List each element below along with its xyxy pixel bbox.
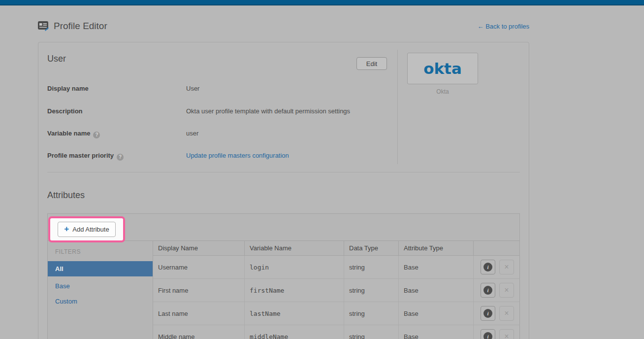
field-label: Variable name? bbox=[47, 130, 100, 138]
attributes-table: Display Name Variable Name Data Type Att… bbox=[153, 241, 519, 339]
table-header: Display Name Variable Name Data Type Att… bbox=[153, 241, 519, 256]
okta-logo-tile: okta bbox=[407, 53, 478, 84]
edit-button[interactable]: Edit bbox=[356, 57, 387, 70]
field-label: Display name bbox=[47, 85, 89, 92]
add-attribute-button[interactable]: + Add Attribute bbox=[58, 222, 116, 237]
field-value: user bbox=[186, 130, 198, 137]
cell-display-name: Username bbox=[153, 256, 245, 278]
user-section-heading: User bbox=[47, 54, 66, 64]
cell-actions: i × bbox=[474, 302, 519, 325]
cell-data-type: string bbox=[344, 325, 399, 339]
remove-button[interactable]: × bbox=[499, 329, 514, 339]
profile-card: User Edit okta Okta Display name User De… bbox=[38, 42, 529, 339]
user-section-divider bbox=[397, 50, 398, 164]
update-profile-masters-link[interactable]: Update profile masters configuration bbox=[186, 152, 289, 159]
back-link-label: Back to profiles bbox=[485, 23, 529, 30]
info-button[interactable]: i bbox=[481, 260, 495, 274]
page-header: Profile Editor ← Back to profiles bbox=[38, 21, 529, 34]
cell-attribute-type: Base bbox=[399, 325, 474, 339]
info-icon: i bbox=[483, 263, 492, 271]
info-button[interactable]: i bbox=[481, 283, 495, 298]
plus-icon: + bbox=[64, 225, 69, 233]
filter-item-base[interactable]: Base bbox=[48, 278, 153, 294]
cell-attribute-type: Base bbox=[399, 279, 474, 302]
cell-display-name: First name bbox=[153, 279, 245, 302]
table-row: Middle name middleName string Base i × bbox=[153, 325, 519, 339]
back-to-profiles-link[interactable]: ← Back to profiles bbox=[478, 23, 530, 30]
table-row: First name firstName string Base i × bbox=[153, 279, 519, 302]
cell-display-name: Last name bbox=[153, 302, 245, 325]
cell-data-type: string bbox=[344, 256, 399, 278]
filter-item-custom[interactable]: Custom bbox=[48, 294, 153, 309]
info-button[interactable]: i bbox=[481, 306, 495, 321]
filter-item-all[interactable]: All bbox=[48, 261, 153, 276]
profile-editor-page: Profile Editor ← Back to profiles User E… bbox=[0, 0, 644, 339]
column-header-attribute-type: Attribute Type bbox=[399, 241, 474, 255]
help-icon[interactable]: ? bbox=[93, 132, 100, 138]
remove-button[interactable]: × bbox=[499, 260, 514, 274]
section-divider bbox=[47, 172, 520, 172]
back-arrow-icon: ← bbox=[478, 23, 484, 30]
cell-data-type: string bbox=[344, 279, 399, 302]
okta-logo-caption: Okta bbox=[407, 88, 478, 95]
cell-data-type: string bbox=[344, 302, 399, 325]
remove-button[interactable]: × bbox=[499, 306, 514, 321]
info-icon: i bbox=[483, 286, 492, 295]
add-attribute-highlight: + Add Attribute bbox=[48, 216, 125, 242]
attributes-main: FILTERS All Base Custom Display Name Var… bbox=[48, 241, 519, 339]
field-label: Description bbox=[47, 107, 83, 115]
okta-logo: okta bbox=[423, 60, 462, 77]
filters-heading: FILTERS bbox=[48, 241, 153, 261]
cell-display-name: Middle name bbox=[153, 325, 245, 339]
add-attribute-label: Add Attribute bbox=[72, 226, 109, 233]
cell-actions: i × bbox=[474, 279, 519, 302]
column-header-data-type: Data Type bbox=[344, 241, 399, 255]
field-label: Profile master priority? bbox=[47, 152, 124, 161]
field-value: User bbox=[186, 85, 199, 92]
attributes-heading: Attributes bbox=[47, 190, 85, 201]
attributes-panel: + Add Attribute FILTERS All Base Custom … bbox=[47, 213, 520, 339]
cell-variable-name: login bbox=[245, 256, 344, 278]
cell-actions: i × bbox=[474, 325, 519, 339]
top-nav-bar bbox=[0, 0, 644, 5]
table-row: Username login string Base i × bbox=[153, 256, 519, 279]
field-value: Okta user profile template with default … bbox=[186, 107, 350, 115]
info-icon: i bbox=[483, 332, 492, 339]
attributes-toolbar: + Add Attribute bbox=[48, 214, 519, 241]
info-icon: i bbox=[483, 309, 492, 318]
cell-attribute-type: Base bbox=[399, 302, 474, 325]
page-title: Profile Editor bbox=[54, 21, 107, 32]
cell-variable-name: lastName bbox=[245, 302, 344, 325]
cell-actions: i × bbox=[474, 256, 519, 278]
help-icon[interactable]: ? bbox=[117, 154, 124, 161]
column-header-variable-name: Variable Name bbox=[245, 241, 344, 255]
cell-variable-name: middleName bbox=[245, 325, 344, 339]
page-title-wrap: Profile Editor bbox=[38, 21, 107, 32]
info-button[interactable]: i bbox=[481, 329, 495, 339]
filters-sidebar: FILTERS All Base Custom bbox=[48, 241, 153, 339]
table-row: Last name lastName string Base i × bbox=[153, 302, 519, 325]
cell-variable-name: firstName bbox=[245, 279, 344, 302]
column-header-actions bbox=[474, 241, 519, 255]
cell-attribute-type: Base bbox=[399, 256, 474, 278]
remove-button[interactable]: × bbox=[499, 283, 514, 298]
profile-editor-icon bbox=[38, 21, 49, 31]
column-header-display-name: Display Name bbox=[153, 241, 245, 255]
